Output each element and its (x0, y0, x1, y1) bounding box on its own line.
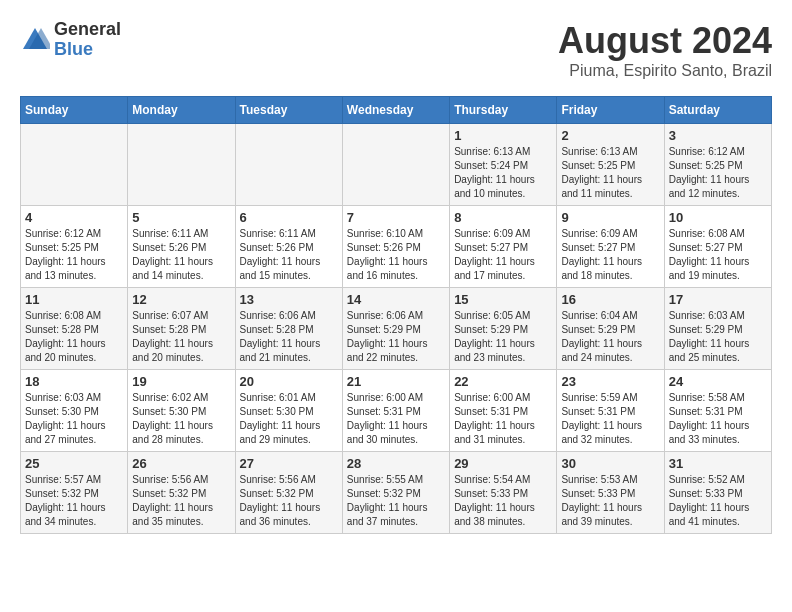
day-number: 4 (25, 210, 123, 225)
day-info: Sunrise: 5:56 AM Sunset: 5:32 PM Dayligh… (132, 473, 230, 529)
day-number: 2 (561, 128, 659, 143)
calendar-cell: 24Sunrise: 5:58 AM Sunset: 5:31 PM Dayli… (664, 370, 771, 452)
calendar-cell: 6Sunrise: 6:11 AM Sunset: 5:26 PM Daylig… (235, 206, 342, 288)
day-number: 31 (669, 456, 767, 471)
week-row-1: 4Sunrise: 6:12 AM Sunset: 5:25 PM Daylig… (21, 206, 772, 288)
day-number: 23 (561, 374, 659, 389)
calendar-cell: 8Sunrise: 6:09 AM Sunset: 5:27 PM Daylig… (450, 206, 557, 288)
day-number: 10 (669, 210, 767, 225)
calendar-cell: 21Sunrise: 6:00 AM Sunset: 5:31 PM Dayli… (342, 370, 449, 452)
day-number: 28 (347, 456, 445, 471)
calendar-cell: 16Sunrise: 6:04 AM Sunset: 5:29 PM Dayli… (557, 288, 664, 370)
day-info: Sunrise: 6:06 AM Sunset: 5:28 PM Dayligh… (240, 309, 338, 365)
day-info: Sunrise: 6:09 AM Sunset: 5:27 PM Dayligh… (454, 227, 552, 283)
day-info: Sunrise: 6:13 AM Sunset: 5:25 PM Dayligh… (561, 145, 659, 201)
title-block: August 2024 Piuma, Espirito Santo, Brazi… (558, 20, 772, 80)
header-cell-saturday: Saturday (664, 97, 771, 124)
day-number: 22 (454, 374, 552, 389)
day-info: Sunrise: 6:00 AM Sunset: 5:31 PM Dayligh… (347, 391, 445, 447)
header-cell-tuesday: Tuesday (235, 97, 342, 124)
day-info: Sunrise: 5:53 AM Sunset: 5:33 PM Dayligh… (561, 473, 659, 529)
day-number: 15 (454, 292, 552, 307)
calendar-cell (235, 124, 342, 206)
calendar-cell: 18Sunrise: 6:03 AM Sunset: 5:30 PM Dayli… (21, 370, 128, 452)
day-info: Sunrise: 6:11 AM Sunset: 5:26 PM Dayligh… (240, 227, 338, 283)
day-number: 25 (25, 456, 123, 471)
week-row-2: 11Sunrise: 6:08 AM Sunset: 5:28 PM Dayli… (21, 288, 772, 370)
calendar-cell: 19Sunrise: 6:02 AM Sunset: 5:30 PM Dayli… (128, 370, 235, 452)
week-row-3: 18Sunrise: 6:03 AM Sunset: 5:30 PM Dayli… (21, 370, 772, 452)
day-info: Sunrise: 5:59 AM Sunset: 5:31 PM Dayligh… (561, 391, 659, 447)
main-title: August 2024 (558, 20, 772, 62)
calendar-cell: 15Sunrise: 6:05 AM Sunset: 5:29 PM Dayli… (450, 288, 557, 370)
header-cell-thursday: Thursday (450, 97, 557, 124)
day-number: 9 (561, 210, 659, 225)
calendar-cell: 26Sunrise: 5:56 AM Sunset: 5:32 PM Dayli… (128, 452, 235, 534)
day-number: 27 (240, 456, 338, 471)
day-info: Sunrise: 6:05 AM Sunset: 5:29 PM Dayligh… (454, 309, 552, 365)
logo-icon (20, 25, 50, 55)
day-number: 18 (25, 374, 123, 389)
day-number: 26 (132, 456, 230, 471)
calendar-cell: 23Sunrise: 5:59 AM Sunset: 5:31 PM Dayli… (557, 370, 664, 452)
calendar-cell: 12Sunrise: 6:07 AM Sunset: 5:28 PM Dayli… (128, 288, 235, 370)
day-number: 24 (669, 374, 767, 389)
calendar-cell (342, 124, 449, 206)
day-info: Sunrise: 6:07 AM Sunset: 5:28 PM Dayligh… (132, 309, 230, 365)
logo: General Blue (20, 20, 121, 60)
header-cell-friday: Friday (557, 97, 664, 124)
calendar-cell: 20Sunrise: 6:01 AM Sunset: 5:30 PM Dayli… (235, 370, 342, 452)
day-info: Sunrise: 6:12 AM Sunset: 5:25 PM Dayligh… (669, 145, 767, 201)
header-cell-sunday: Sunday (21, 97, 128, 124)
day-info: Sunrise: 5:57 AM Sunset: 5:32 PM Dayligh… (25, 473, 123, 529)
calendar-cell: 11Sunrise: 6:08 AM Sunset: 5:28 PM Dayli… (21, 288, 128, 370)
day-info: Sunrise: 6:12 AM Sunset: 5:25 PM Dayligh… (25, 227, 123, 283)
day-info: Sunrise: 6:13 AM Sunset: 5:24 PM Dayligh… (454, 145, 552, 201)
day-info: Sunrise: 6:03 AM Sunset: 5:30 PM Dayligh… (25, 391, 123, 447)
day-number: 14 (347, 292, 445, 307)
logo-text: General Blue (54, 20, 121, 60)
calendar-cell: 5Sunrise: 6:11 AM Sunset: 5:26 PM Daylig… (128, 206, 235, 288)
calendar-cell: 13Sunrise: 6:06 AM Sunset: 5:28 PM Dayli… (235, 288, 342, 370)
day-number: 1 (454, 128, 552, 143)
day-number: 7 (347, 210, 445, 225)
calendar-cell: 10Sunrise: 6:08 AM Sunset: 5:27 PM Dayli… (664, 206, 771, 288)
day-info: Sunrise: 6:01 AM Sunset: 5:30 PM Dayligh… (240, 391, 338, 447)
header-row: SundayMondayTuesdayWednesdayThursdayFrid… (21, 97, 772, 124)
day-number: 3 (669, 128, 767, 143)
calendar-cell: 2Sunrise: 6:13 AM Sunset: 5:25 PM Daylig… (557, 124, 664, 206)
calendar-cell: 25Sunrise: 5:57 AM Sunset: 5:32 PM Dayli… (21, 452, 128, 534)
day-number: 11 (25, 292, 123, 307)
calendar-cell: 7Sunrise: 6:10 AM Sunset: 5:26 PM Daylig… (342, 206, 449, 288)
day-info: Sunrise: 5:55 AM Sunset: 5:32 PM Dayligh… (347, 473, 445, 529)
day-number: 21 (347, 374, 445, 389)
calendar-cell: 27Sunrise: 5:56 AM Sunset: 5:32 PM Dayli… (235, 452, 342, 534)
week-row-4: 25Sunrise: 5:57 AM Sunset: 5:32 PM Dayli… (21, 452, 772, 534)
day-info: Sunrise: 6:06 AM Sunset: 5:29 PM Dayligh… (347, 309, 445, 365)
day-info: Sunrise: 6:09 AM Sunset: 5:27 PM Dayligh… (561, 227, 659, 283)
day-number: 6 (240, 210, 338, 225)
day-number: 8 (454, 210, 552, 225)
day-info: Sunrise: 6:03 AM Sunset: 5:29 PM Dayligh… (669, 309, 767, 365)
calendar-table: SundayMondayTuesdayWednesdayThursdayFrid… (20, 96, 772, 534)
day-info: Sunrise: 6:08 AM Sunset: 5:28 PM Dayligh… (25, 309, 123, 365)
header-cell-monday: Monday (128, 97, 235, 124)
calendar-cell: 31Sunrise: 5:52 AM Sunset: 5:33 PM Dayli… (664, 452, 771, 534)
week-row-0: 1Sunrise: 6:13 AM Sunset: 5:24 PM Daylig… (21, 124, 772, 206)
day-number: 29 (454, 456, 552, 471)
calendar-cell: 4Sunrise: 6:12 AM Sunset: 5:25 PM Daylig… (21, 206, 128, 288)
calendar-cell: 30Sunrise: 5:53 AM Sunset: 5:33 PM Dayli… (557, 452, 664, 534)
header-cell-wednesday: Wednesday (342, 97, 449, 124)
day-number: 19 (132, 374, 230, 389)
calendar-cell: 17Sunrise: 6:03 AM Sunset: 5:29 PM Dayli… (664, 288, 771, 370)
calendar-cell (21, 124, 128, 206)
day-number: 5 (132, 210, 230, 225)
day-number: 16 (561, 292, 659, 307)
calendar-cell: 14Sunrise: 6:06 AM Sunset: 5:29 PM Dayli… (342, 288, 449, 370)
day-info: Sunrise: 6:11 AM Sunset: 5:26 PM Dayligh… (132, 227, 230, 283)
day-info: Sunrise: 6:10 AM Sunset: 5:26 PM Dayligh… (347, 227, 445, 283)
day-info: Sunrise: 6:04 AM Sunset: 5:29 PM Dayligh… (561, 309, 659, 365)
day-number: 17 (669, 292, 767, 307)
calendar-cell: 28Sunrise: 5:55 AM Sunset: 5:32 PM Dayli… (342, 452, 449, 534)
calendar-cell: 1Sunrise: 6:13 AM Sunset: 5:24 PM Daylig… (450, 124, 557, 206)
